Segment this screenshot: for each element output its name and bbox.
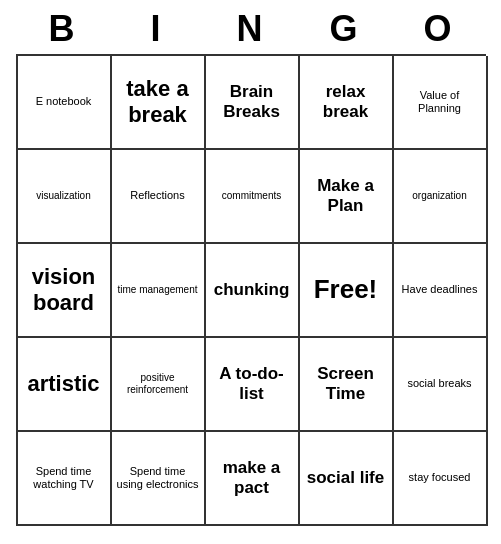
title-letter-g: G (298, 8, 392, 50)
bingo-cell-3[interactable]: relax break (300, 56, 394, 150)
bingo-cell-23[interactable]: social life (300, 432, 394, 526)
title-letter-o: O (392, 8, 486, 50)
title-letter-i: I (110, 8, 204, 50)
bingo-cell-8[interactable]: Make a Plan (300, 150, 394, 244)
bingo-cell-20[interactable]: Spend time watching TV (18, 432, 112, 526)
bingo-cell-10[interactable]: vision board (18, 244, 112, 338)
title-letter-b: B (16, 8, 110, 50)
bingo-cell-21[interactable]: Spend time using electronics (112, 432, 206, 526)
bingo-grid: E notebooktake a breakBrain Breaksrelax … (16, 54, 486, 526)
bingo-cell-7[interactable]: commitments (206, 150, 300, 244)
bingo-cell-0[interactable]: E notebook (18, 56, 112, 150)
bingo-cell-14[interactable]: Have deadlines (394, 244, 488, 338)
bingo-cell-5[interactable]: visualization (18, 150, 112, 244)
bingo-cell-15[interactable]: artistic (18, 338, 112, 432)
bingo-title: BINGO (16, 0, 486, 54)
bingo-cell-9[interactable]: organization (394, 150, 488, 244)
bingo-cell-22[interactable]: make a pact (206, 432, 300, 526)
bingo-cell-18[interactable]: Screen Time (300, 338, 394, 432)
bingo-cell-4[interactable]: Value of Planning (394, 56, 488, 150)
bingo-cell-19[interactable]: social breaks (394, 338, 488, 432)
bingo-cell-13[interactable]: Free! (300, 244, 394, 338)
bingo-cell-1[interactable]: take a break (112, 56, 206, 150)
bingo-cell-2[interactable]: Brain Breaks (206, 56, 300, 150)
bingo-cell-6[interactable]: Reflections (112, 150, 206, 244)
bingo-cell-17[interactable]: A to-do-list (206, 338, 300, 432)
bingo-cell-12[interactable]: chunking (206, 244, 300, 338)
title-letter-n: N (204, 8, 298, 50)
bingo-cell-16[interactable]: positive reinforcement (112, 338, 206, 432)
bingo-cell-11[interactable]: time management (112, 244, 206, 338)
bingo-cell-24[interactable]: stay focused (394, 432, 488, 526)
